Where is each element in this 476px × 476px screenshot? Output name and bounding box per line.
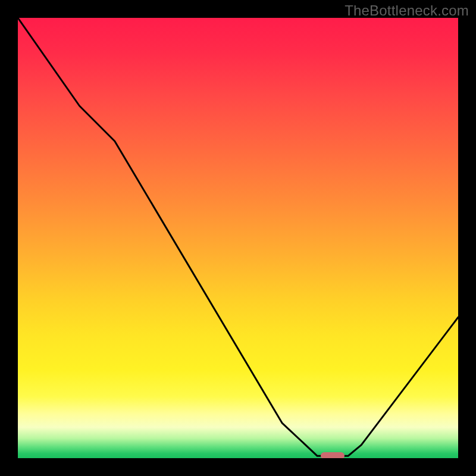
plot-area [18, 18, 458, 458]
curve-path [18, 18, 458, 456]
optimal-marker [321, 452, 345, 458]
bottleneck-curve [18, 18, 458, 458]
chart-frame: TheBottleneck.com [0, 0, 476, 476]
watermark-text: TheBottleneck.com [345, 2, 469, 19]
